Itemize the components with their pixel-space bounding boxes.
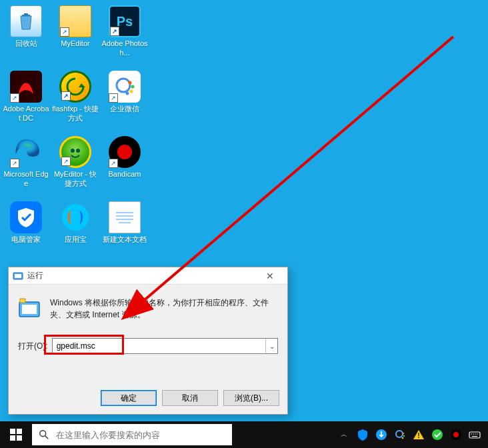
shortcut-arrow-icon: ↗ <box>109 93 118 103</box>
cancel-button[interactable]: 取消 <box>162 390 218 406</box>
desktop-icon-recycle-bin[interactable]: 回收站 <box>1 3 51 68</box>
desktop-icon-myeditor-folder[interactable]: ↗ MyEditor <box>51 3 100 68</box>
svg-point-25 <box>403 435 405 437</box>
desktop-icon-label: Adobe Acrobat DC <box>2 104 50 123</box>
tray-icon-check[interactable] <box>428 421 447 448</box>
start-button[interactable] <box>0 421 32 448</box>
yyb-icon <box>59 201 91 233</box>
desktop-icon-label: Microsoft Edge <box>2 169 50 188</box>
svg-point-35 <box>471 433 471 434</box>
desktop-icon-label: flashfxp - 快捷方式 <box>51 104 99 123</box>
chevron-up-icon: ︿ <box>341 430 347 439</box>
svg-point-1 <box>117 79 130 92</box>
run-dialog-input[interactable] <box>53 339 265 353</box>
svg-line-21 <box>45 436 48 439</box>
bandicam-icon: ↗ <box>109 136 141 168</box>
desktop-icon-textdoc[interactable]: 新建文本文档 <box>100 199 149 264</box>
ok-button[interactable]: 确定 <box>101 390 157 406</box>
svg-point-2 <box>129 81 132 85</box>
run-dialog-open-label: 打开(O): <box>18 341 48 352</box>
svg-point-38 <box>477 433 477 434</box>
run-dialog-title-icon <box>13 271 23 281</box>
desktop-icon-edge[interactable]: ↗ Microsoft Edge <box>1 133 51 199</box>
svg-rect-16 <box>10 429 15 434</box>
desktop-icon-label: MyEditor - 快捷方式 <box>51 169 99 188</box>
taskbar-search[interactable] <box>32 424 232 445</box>
shortcut-arrow-icon: ↗ <box>61 91 71 101</box>
svg-rect-17 <box>17 429 22 434</box>
svg-point-5 <box>126 92 129 95</box>
svg-marker-0 <box>79 83 85 87</box>
edge-icon: ↗ <box>10 136 42 168</box>
tray-overflow-button[interactable]: ︿ <box>335 421 353 448</box>
desktop-icon-label: 回收站 <box>2 39 50 48</box>
desktop-icon-label: Bandicam <box>101 169 149 179</box>
svg-rect-33 <box>469 432 480 438</box>
run-dialog-titlebar[interactable]: 运行 ✕ <box>9 267 287 285</box>
shortcut-arrow-icon: ↗ <box>61 157 71 166</box>
close-icon: ✕ <box>266 271 274 281</box>
svg-rect-28 <box>418 433 419 436</box>
svg-rect-18 <box>10 435 15 441</box>
svg-point-8 <box>62 204 89 231</box>
tray-icon-download[interactable] <box>372 421 391 448</box>
myeditor-icon: ↗ <box>59 136 91 168</box>
tray-icon-keyboard[interactable] <box>465 421 484 448</box>
svg-rect-13 <box>20 299 25 303</box>
desktop-icon-wecom[interactable]: ↗ 企业微信 <box>100 68 149 133</box>
desktop-icon-label: 企业微信 <box>101 104 149 113</box>
run-dialog-combobox[interactable]: ⌄ <box>52 338 278 354</box>
search-icon <box>32 429 56 440</box>
tray-icon-wecom[interactable] <box>391 421 409 448</box>
svg-point-7 <box>76 149 80 153</box>
recycle-bin-icon <box>10 5 42 37</box>
desktop-icon-yyb[interactable]: 应用宝 <box>51 199 100 264</box>
run-dialog-icon <box>18 297 43 322</box>
svg-point-32 <box>453 432 459 437</box>
taskbar-search-input[interactable] <box>56 430 232 440</box>
desktop-icon-label: MyEditor <box>51 39 99 48</box>
desktop-icon-label: 应用宝 <box>51 235 99 244</box>
desktop-icon-label: 新建文本文档 <box>101 235 149 244</box>
taskbar: ︿ <box>0 421 488 448</box>
run-dialog: 运行 ✕ Windows 将根据你所输入的名称，为你打开相应的程序、文件夹、文档… <box>8 267 288 415</box>
combobox-dropdown-button[interactable]: ⌄ <box>265 339 277 353</box>
shortcut-arrow-icon: ↗ <box>10 93 19 103</box>
tray-icon-pcmanager[interactable] <box>353 421 372 448</box>
windows-logo-icon <box>10 429 22 441</box>
browse-button[interactable]: 浏览(B)... <box>223 390 279 406</box>
svg-point-23 <box>396 431 403 437</box>
svg-point-24 <box>403 433 405 435</box>
svg-point-20 <box>40 431 46 437</box>
desktop-icon-myeditor-shortcut[interactable]: ↗ MyEditor - 快捷方式 <box>51 133 100 199</box>
svg-point-3 <box>131 85 135 89</box>
svg-rect-29 <box>418 437 419 438</box>
chevron-down-icon: ⌄ <box>269 343 275 350</box>
desktop-icon-label: 电脑管家 <box>2 235 50 244</box>
desktop-icon-label: Adobe Photosh... <box>101 39 149 57</box>
svg-rect-12 <box>22 305 37 314</box>
svg-rect-19 <box>17 435 22 441</box>
svg-rect-39 <box>472 436 477 437</box>
shortcut-arrow-icon: ↗ <box>110 27 119 36</box>
svg-point-4 <box>130 90 133 93</box>
svg-point-30 <box>432 429 443 440</box>
close-button[interactable]: ✕ <box>257 269 283 283</box>
svg-point-26 <box>402 437 404 439</box>
desktop-icon-flashfxp[interactable]: ↗ flashfxp - 快捷方式 <box>51 68 100 133</box>
shortcut-arrow-icon: ↗ <box>109 159 118 168</box>
desktop-icon-bandicam[interactable]: ↗ Bandicam <box>100 133 149 199</box>
tray-icon-record[interactable] <box>447 421 465 448</box>
pcmanager-icon <box>10 201 42 233</box>
desktop-icon-acrobat[interactable]: ↗ Adobe Acrobat DC <box>1 68 51 133</box>
desktop-icon-photoshop[interactable]: Ps ↗ Adobe Photosh... <box>100 3 149 68</box>
tray-icon-warn[interactable] <box>409 421 428 448</box>
shortcut-arrow-icon: ↗ <box>10 159 19 168</box>
desktop-icon-pcmanager[interactable]: 电脑管家 <box>1 199 51 264</box>
shortcut-arrow-icon: ↗ <box>60 27 69 37</box>
photoshop-icon: Ps ↗ <box>109 5 141 37</box>
wecom-icon: ↗ <box>109 71 141 103</box>
svg-rect-10 <box>15 274 21 278</box>
svg-point-6 <box>71 149 75 153</box>
folder-icon: ↗ <box>59 5 91 37</box>
